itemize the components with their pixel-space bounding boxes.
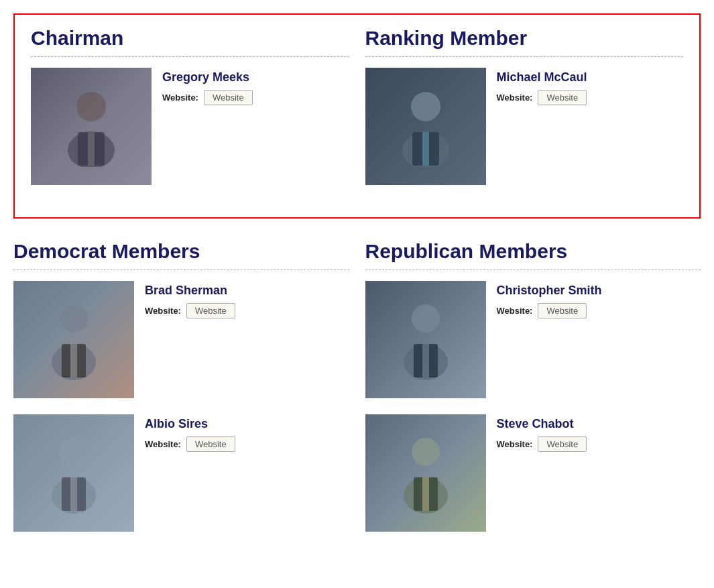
sherman-website-button[interactable]: Website bbox=[186, 303, 235, 318]
ranking-website-label: Website: bbox=[497, 93, 533, 103]
chabot-name: Steve Chabot bbox=[497, 417, 587, 431]
member-card-chabot: Steve Chabot Website: Website bbox=[365, 414, 701, 532]
chabot-website-label: Website: bbox=[497, 439, 533, 449]
chairman-title: Chairman bbox=[31, 27, 349, 50]
svg-point-20 bbox=[412, 438, 440, 466]
smith-photo-placeholder bbox=[365, 281, 486, 398]
sires-website-row: Website: Website bbox=[145, 436, 235, 452]
chabot-photo bbox=[365, 414, 486, 532]
democrat-divider bbox=[13, 270, 349, 270]
sires-photo-placeholder bbox=[13, 414, 134, 532]
sherman-photo-placeholder bbox=[13, 281, 134, 398]
chairman-photo bbox=[31, 68, 152, 185]
member-card-smith: Christopher Smith Website: Website bbox=[365, 281, 701, 398]
chairman-website-button[interactable]: Website bbox=[204, 90, 253, 105]
smith-info: Christopher Smith Website: Website bbox=[497, 281, 602, 318]
republican-divider bbox=[365, 270, 701, 270]
chairman-card: Gregory Meeks Website: Website bbox=[31, 68, 349, 185]
sherman-website-row: Website: Website bbox=[145, 303, 235, 318]
svg-rect-23 bbox=[422, 477, 429, 511]
sires-website-button[interactable]: Website bbox=[186, 436, 235, 452]
chairman-photo-placeholder bbox=[31, 68, 152, 185]
ranking-info: Michael McCaul Website: Website bbox=[497, 68, 587, 105]
republican-section: Republican Members Christopher Smith Web… bbox=[349, 240, 701, 548]
chairman-website-label: Website: bbox=[162, 93, 198, 103]
republican-title: Republican Members bbox=[365, 240, 701, 263]
ranking-title: Ranking Member bbox=[365, 27, 684, 50]
chairman-section: Chairman Gregory Meeks Web bbox=[31, 27, 349, 201]
ranking-website-row: Website: Website bbox=[497, 90, 587, 105]
members-layout: Democrat Members Brad Sherman Website: bbox=[13, 240, 701, 548]
chabot-website-button[interactable]: Website bbox=[538, 436, 587, 452]
svg-point-0 bbox=[76, 92, 106, 121]
chairman-divider bbox=[31, 56, 349, 57]
ranking-website-button[interactable]: Website bbox=[538, 90, 587, 105]
svg-point-16 bbox=[412, 304, 440, 333]
chairman-info: Gregory Meeks Website: Website bbox=[162, 68, 253, 105]
chairman-website-row: Website: Website bbox=[162, 90, 253, 105]
svg-point-4 bbox=[411, 92, 440, 121]
ranking-card: Michael McCaul Website: Website bbox=[365, 68, 684, 185]
member-card-sires: Albio Sires Website: Website bbox=[13, 414, 349, 532]
svg-rect-7 bbox=[422, 132, 429, 166]
ranking-name: Michael McCaul bbox=[497, 70, 587, 84]
smith-name: Christopher Smith bbox=[497, 284, 602, 298]
member-card-sherman: Brad Sherman Website: Website bbox=[13, 281, 349, 398]
sires-info: Albio Sires Website: Website bbox=[145, 414, 235, 452]
svg-rect-15 bbox=[70, 477, 77, 511]
chabot-website-row: Website: Website bbox=[497, 436, 587, 452]
chairman-name: Gregory Meeks bbox=[162, 70, 253, 84]
chabot-photo-placeholder bbox=[365, 414, 486, 532]
democrat-section: Democrat Members Brad Sherman Website: bbox=[13, 240, 349, 548]
sires-photo bbox=[13, 414, 134, 532]
svg-point-8 bbox=[60, 304, 88, 333]
ranking-divider bbox=[365, 56, 684, 57]
svg-rect-11 bbox=[70, 344, 77, 377]
democrat-title: Democrat Members bbox=[13, 240, 349, 263]
smith-photo bbox=[365, 281, 486, 398]
svg-rect-19 bbox=[422, 344, 429, 377]
ranking-photo bbox=[365, 68, 486, 185]
svg-rect-3 bbox=[88, 132, 95, 166]
smith-website-label: Website: bbox=[497, 306, 533, 316]
ranking-photo-placeholder bbox=[365, 68, 486, 185]
sires-website-label: Website: bbox=[145, 439, 181, 449]
smith-website-button[interactable]: Website bbox=[538, 303, 587, 318]
smith-website-row: Website: Website bbox=[497, 303, 602, 318]
svg-point-12 bbox=[60, 438, 88, 466]
sherman-name: Brad Sherman bbox=[145, 284, 235, 298]
sherman-photo bbox=[13, 281, 134, 398]
chabot-info: Steve Chabot Website: Website bbox=[497, 414, 587, 452]
sherman-info: Brad Sherman Website: Website bbox=[145, 281, 235, 318]
sherman-website-label: Website: bbox=[145, 306, 181, 316]
leadership-section: Chairman Gregory Meeks Web bbox=[13, 13, 701, 219]
sires-name: Albio Sires bbox=[145, 417, 235, 431]
ranking-section: Ranking Member Michael McCaul Website: W bbox=[349, 27, 684, 201]
